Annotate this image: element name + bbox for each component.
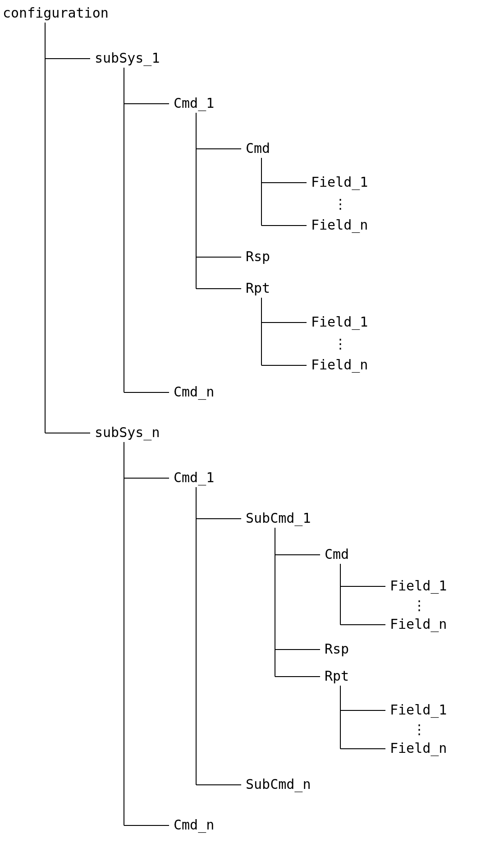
- node-ssn-rpt-fieldn: Field_n: [390, 740, 447, 756]
- node-ssn-cmd: Cmd: [325, 546, 349, 562]
- node-ssn-rpt: Rpt: [325, 668, 349, 684]
- vdots-icon: ⋮: [334, 196, 346, 211]
- node-ssn-cmd-field1: Field_1: [390, 578, 447, 594]
- node-configuration: configuration: [3, 5, 109, 21]
- vdots-icon: ⋮: [334, 336, 346, 351]
- node-ss1-cmd-fieldn: Field_n: [311, 217, 368, 233]
- node-ss1-rpt-fieldn: Field_n: [311, 357, 368, 373]
- node-ss1-cmd-field1: Field_1: [311, 174, 368, 190]
- node-ss1-rsp: Rsp: [246, 249, 270, 264]
- node-ssn-cmd-fieldn: Field_n: [390, 616, 447, 632]
- node-ssn-rpt-field1: Field_1: [390, 702, 447, 718]
- node-ssn-subcmdn: SubCmd_n: [246, 776, 311, 793]
- node-subsys-n: subSys_n: [95, 424, 160, 441]
- node-ss1-cmdn: Cmd_n: [174, 384, 214, 400]
- node-subsys-1: subSys_1: [95, 50, 160, 66]
- node-ss1-cmd1: Cmd_1: [174, 95, 214, 111]
- node-ssn-cmdn: Cmd_n: [174, 817, 214, 833]
- vdots-icon: ⋮: [412, 598, 425, 613]
- node-ss1-rpt-field1: Field_1: [311, 314, 368, 330]
- vdots-icon: ⋮: [412, 722, 425, 737]
- tree-diagram: configuration subSys_1 subSys_n Cmd_1 Cm…: [0, 0, 504, 848]
- node-ssn-cmd1: Cmd_1: [174, 470, 214, 486]
- node-ss1-rpt: Rpt: [246, 280, 270, 296]
- node-ssn-subcmd1: SubCmd_1: [246, 510, 311, 526]
- node-ssn-rsp: Rsp: [325, 641, 349, 657]
- node-ss1-cmd: Cmd: [246, 140, 270, 156]
